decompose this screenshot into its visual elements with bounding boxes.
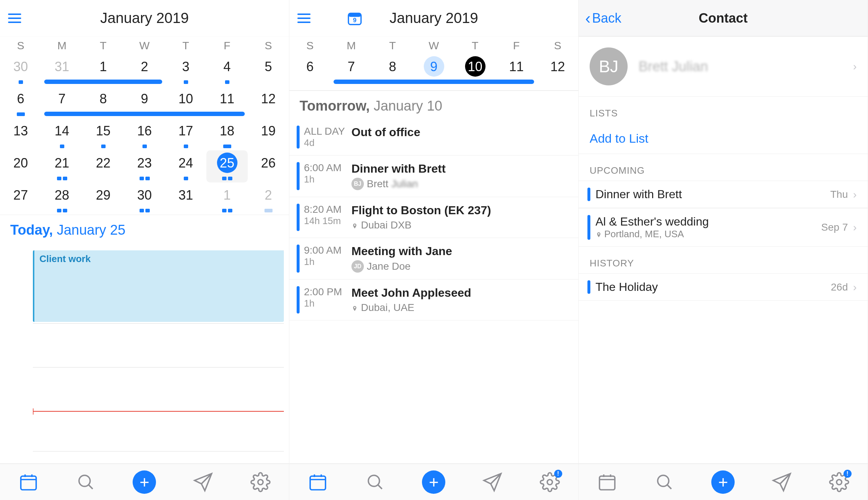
color-stripe — [297, 126, 300, 149]
date-cell[interactable]: 19 — [248, 118, 289, 150]
calendar-tab-icon[interactable] — [18, 472, 39, 492]
agenda-row[interactable]: 6:00 AM1hDinner with BrettBJBrett Julian — [289, 155, 578, 197]
date-cell[interactable]: 18 — [206, 118, 248, 150]
settings-tab-icon[interactable]: ! — [829, 472, 849, 492]
date-cell[interactable]: 3 — [165, 54, 206, 86]
date-cell[interactable]: 26 — [248, 150, 289, 182]
dow-label: M — [331, 36, 372, 54]
date-cell[interactable]: 10 — [454, 54, 496, 86]
date-cell[interactable]: 30 — [124, 182, 165, 215]
send-tab-icon[interactable] — [772, 472, 792, 492]
agenda-row[interactable]: ALL DAY4dOut of office — [289, 119, 578, 155]
svg-point-4 — [79, 475, 90, 486]
color-stripe — [297, 204, 300, 231]
list-item[interactable]: Dinner with BrettThu› — [579, 181, 868, 208]
date-cell[interactable]: 17 — [165, 118, 206, 150]
date-cell[interactable]: 29 — [83, 182, 124, 215]
date-cell[interactable]: 27 — [0, 182, 41, 215]
add-button[interactable]: + — [711, 470, 735, 494]
agenda-row[interactable]: 8:20 AM14h 15mFlight to Boston (EK 237)D… — [289, 197, 578, 238]
date-cell[interactable]: 10 — [165, 86, 206, 118]
day-label-date: January 25 — [53, 222, 126, 238]
calendar-tab-icon[interactable] — [597, 472, 617, 492]
item-meta: Thu — [830, 189, 848, 200]
date-cell[interactable]: 6 — [289, 54, 331, 86]
send-tab-icon[interactable] — [193, 472, 213, 492]
attendee-name: Jane Doe — [367, 261, 411, 272]
date-cell[interactable]: 31 — [41, 54, 83, 86]
date-cell[interactable]: 21 — [41, 150, 83, 182]
date-cell[interactable]: 23 — [124, 150, 165, 182]
color-stripe — [297, 286, 300, 314]
date-cell[interactable]: 1 — [83, 54, 124, 86]
date-cell[interactable]: 15 — [83, 118, 124, 150]
date-cell[interactable]: 25 — [206, 150, 248, 182]
dow-label: W — [413, 36, 454, 54]
date-cell[interactable]: 2 — [124, 54, 165, 86]
item-title: The Holiday — [595, 280, 826, 294]
date-cell[interactable]: 6 — [0, 86, 41, 118]
date-cell[interactable]: 31 — [165, 182, 206, 215]
date-cell[interactable]: 12 — [537, 54, 578, 86]
agenda-row[interactable]: 2:00 PM1hMeet John AppleseedDubai, UAE — [289, 280, 578, 320]
date-cell[interactable]: 13 — [0, 118, 41, 150]
date-cell[interactable]: 7 — [331, 54, 372, 86]
chevron-right-icon: › — [853, 188, 857, 201]
date-cell[interactable]: 28 — [41, 182, 83, 215]
date-cell[interactable]: 2 — [248, 182, 289, 215]
event-duration: 1h — [304, 298, 351, 309]
svg-point-7 — [258, 480, 263, 485]
search-tab-icon[interactable] — [365, 472, 385, 492]
dow-label: S — [248, 36, 289, 54]
add-button[interactable]: + — [133, 470, 156, 494]
agenda-list[interactable]: ALL DAY4dOut of office6:00 AM1hDinner wi… — [289, 119, 578, 464]
color-stripe — [297, 162, 300, 190]
date-cell[interactable]: 30 — [0, 54, 41, 86]
date-cell[interactable]: 11 — [206, 86, 248, 118]
date-cell[interactable]: 12 — [248, 86, 289, 118]
event-title: Out of office — [351, 126, 571, 139]
event-duration: 4d — [304, 137, 351, 149]
date-cell[interactable]: 24 — [165, 150, 206, 182]
date-cell[interactable]: 1 — [206, 182, 248, 215]
list-item[interactable]: The Holiday26d› — [579, 273, 868, 301]
add-button[interactable]: + — [422, 470, 445, 494]
date-cell[interactable]: 16 — [124, 118, 165, 150]
send-tab-icon[interactable] — [482, 472, 503, 492]
add-to-list-button[interactable]: Add to List — [579, 123, 868, 154]
chevron-right-icon: › — [853, 281, 857, 293]
date-cell[interactable]: 20 — [0, 150, 41, 182]
date-cell[interactable]: 7 — [41, 86, 83, 118]
timeline[interactable]: 2 PM3 PM4 PM5 PM7 PM6:14 PMClient work — [33, 243, 289, 464]
day-label: Today, January 25 — [0, 215, 289, 243]
tab-bar: + ! — [289, 464, 578, 500]
search-tab-icon[interactable] — [76, 472, 96, 492]
color-stripe — [297, 245, 300, 273]
dow-label: T — [454, 36, 496, 54]
event-location: Dubai DXB — [361, 219, 412, 231]
back-button[interactable]: ‹Back — [585, 9, 621, 27]
settings-tab-icon[interactable]: ! — [540, 472, 560, 492]
date-cell[interactable]: 5 — [248, 54, 289, 86]
dow-label: T — [83, 36, 124, 54]
date-cell[interactable]: 14 — [41, 118, 83, 150]
event-block[interactable]: Client work — [33, 250, 284, 322]
date-cell[interactable]: 11 — [496, 54, 537, 86]
date-cell[interactable]: 8 — [372, 54, 413, 86]
calendar-tab-icon[interactable] — [308, 472, 328, 492]
date-cell[interactable]: 9 — [124, 86, 165, 118]
contact-header-row[interactable]: BJ Brett Julian › — [579, 36, 868, 97]
date-cell[interactable]: 9 — [413, 54, 454, 86]
event-time: 2:00 PM — [304, 286, 351, 298]
search-tab-icon[interactable] — [654, 472, 675, 492]
date-cell[interactable]: 22 — [83, 150, 124, 182]
day-label-prefix: Today, — [10, 222, 53, 238]
date-cell[interactable]: 4 — [206, 54, 248, 86]
date-cell[interactable]: 8 — [83, 86, 124, 118]
list-item[interactable]: Al & Esther's weddingPortland, ME, USASe… — [579, 208, 868, 247]
dow-label: F — [206, 36, 248, 54]
chevron-right-icon: › — [853, 60, 857, 73]
event-title: Flight to Boston (EK 237) — [351, 204, 571, 217]
settings-tab-icon[interactable] — [250, 472, 271, 492]
agenda-row[interactable]: 9:00 AM1hMeeting with JaneJDJane Doe — [289, 238, 578, 280]
